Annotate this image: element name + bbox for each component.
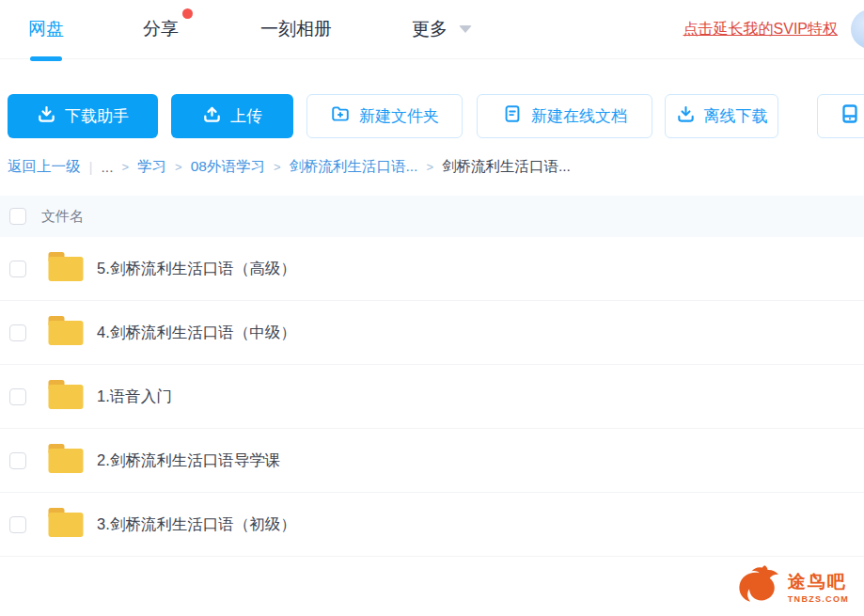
folder-icon	[47, 251, 85, 286]
avatar[interactable]	[851, 9, 864, 49]
brand-name: 途鸟吧	[788, 570, 849, 594]
row-checkbox[interactable]	[9, 261, 26, 277]
download-helper-button[interactable]: 下载助手	[8, 94, 158, 138]
file-name[interactable]: 2.剑桥流利生活口语导学课	[97, 450, 280, 471]
action-toolbar: 下载助手 上传 新建文件夹 新建在线文档 离线下载	[8, 94, 864, 138]
upload-icon	[202, 104, 222, 129]
new-folder-label: 新建文件夹	[359, 105, 439, 127]
breadcrumb-ellipsis[interactable]: ...	[102, 159, 114, 176]
breadcrumb-link-foreign-language[interactable]: 08外语学习	[191, 157, 265, 177]
upload-label: 上传	[230, 105, 262, 127]
breadcrumb-link-study[interactable]: 学习	[137, 157, 166, 177]
select-all-checkbox[interactable]	[9, 208, 26, 225]
tab-moment-album[interactable]: 一刻相册	[260, 0, 332, 58]
tab-more-label: 更多	[412, 17, 448, 41]
breadcrumb-divider: |	[89, 159, 93, 176]
tab-share[interactable]: 分享	[143, 0, 179, 58]
new-online-doc-button[interactable]: 新建在线文档	[477, 94, 652, 138]
tab-netdisk-label: 网盘	[28, 17, 64, 41]
brand-text: 途鸟吧 TNBZS.COM	[788, 570, 849, 604]
folder-icon	[47, 315, 85, 350]
tab-moment-album-label: 一刻相册	[260, 17, 332, 41]
file-name[interactable]: 5.剑桥流利生活口语（高级）	[97, 259, 296, 279]
active-tab-underline	[30, 56, 62, 61]
breadcrumb-separator: >	[274, 160, 281, 174]
file-list-header: 文件名	[0, 196, 864, 237]
top-nav: 网盘 分享 一刻相册 更多 点击延长我的SVIP特权	[0, 0, 864, 59]
file-name[interactable]: 3.剑桥流利生活口语（初级）	[97, 514, 296, 535]
row-checkbox[interactable]	[9, 452, 26, 469]
file-row[interactable]: 1.语音入门	[0, 365, 864, 429]
row-checkbox[interactable]	[9, 388, 26, 405]
site-watermark: 途鸟吧 TNBZS.COM	[735, 563, 849, 610]
download-icon	[676, 104, 696, 129]
tab-more[interactable]: 更多	[412, 0, 472, 58]
folder-icon	[47, 443, 85, 478]
row-checkbox[interactable]	[9, 516, 26, 533]
notification-dot	[182, 8, 193, 19]
device-backup-button[interactable]	[817, 94, 864, 138]
file-row[interactable]: 3.剑桥流利生活口语（初级）	[0, 493, 864, 557]
new-online-doc-label: 新建在线文档	[531, 105, 627, 127]
breadcrumb-separator: >	[426, 160, 433, 174]
folder-icon	[47, 379, 85, 414]
upload-button[interactable]: 上传	[171, 94, 293, 138]
new-folder-button[interactable]: 新建文件夹	[306, 94, 463, 138]
tab-share-label: 分享	[143, 17, 179, 41]
bird-logo-icon	[735, 563, 786, 610]
device-backup-icon	[839, 103, 861, 130]
download-helper-label: 下载助手	[65, 105, 129, 127]
breadcrumb-separator: >	[121, 160, 129, 174]
file-name[interactable]: 4.剑桥流利生活口语（中级）	[97, 323, 296, 343]
breadcrumb: 返回上一级 | ... > 学习 > 08外语学习 > 剑桥流利生活口语... …	[8, 157, 579, 177]
filename-column-header: 文件名	[41, 208, 84, 226]
new-folder-icon	[330, 103, 351, 129]
chevron-down-icon	[459, 25, 472, 33]
file-row[interactable]: 4.剑桥流利生活口语（中级）	[0, 301, 864, 365]
row-checkbox[interactable]	[9, 324, 26, 341]
tab-netdisk[interactable]: 网盘	[28, 0, 64, 58]
folder-icon	[47, 507, 85, 542]
breadcrumb-current: 剑桥流利生活口语...	[442, 157, 571, 177]
new-doc-icon	[502, 103, 523, 129]
file-row[interactable]: 5.剑桥流利生活口语（高级）	[0, 237, 864, 301]
svip-extend-link[interactable]: 点击延长我的SVIP特权	[683, 20, 838, 39]
breadcrumb-back-link[interactable]: 返回上一级	[8, 157, 81, 177]
breadcrumb-separator: >	[175, 160, 182, 174]
download-icon	[37, 104, 56, 129]
file-name[interactable]: 1.语音入门	[97, 387, 172, 407]
breadcrumb-link-cambridge[interactable]: 剑桥流利生活口语...	[289, 157, 417, 177]
file-list: 5.剑桥流利生活口语（高级） 4.剑桥流利生活口语（中级） 1.语音入门 2.剑…	[0, 237, 864, 557]
brand-domain: TNBZS.COM	[788, 594, 849, 604]
offline-download-button[interactable]: 离线下载	[665, 94, 778, 138]
file-row[interactable]: 2.剑桥流利生活口语导学课	[0, 429, 864, 493]
offline-download-label: 离线下载	[704, 105, 768, 127]
